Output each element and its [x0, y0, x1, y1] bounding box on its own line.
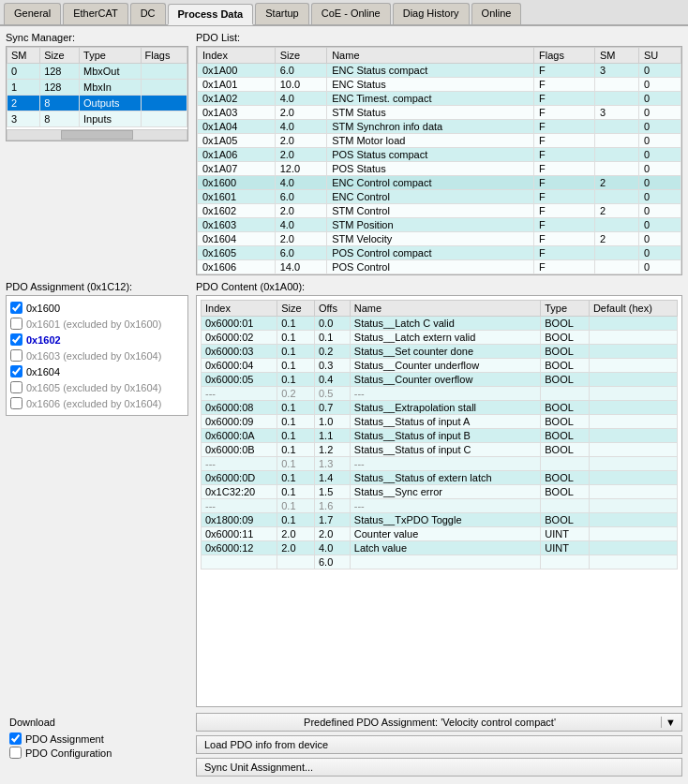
tab-diag-history[interactable]: Diag History: [393, 3, 470, 24]
table-row[interactable]: 0x16042.0STM VelocityF20: [198, 232, 681, 246]
table-row[interactable]: 0x6000:030.10.2Status__Set counter doneB…: [202, 345, 678, 359]
pc-col-default: Default (hex): [589, 301, 677, 317]
tab-dc[interactable]: DC: [130, 3, 166, 24]
right-buttons: Predefined PDO Assignment: 'Velocity con…: [196, 713, 682, 777]
pdo-content-label: PDO Content (0x1A00):: [196, 281, 682, 292]
dropdown-arrow-icon: ▼: [661, 717, 676, 728]
pdo-col-sm: SM: [594, 48, 638, 64]
table-row[interactable]: 0x16016.0ENC ControlF0: [198, 190, 681, 204]
list-item: 0x1602: [10, 332, 184, 348]
pdo-col-su: SU: [638, 48, 681, 64]
table-row[interactable]: 0x1800:090.11.7Status__TxPDO ToggleBOOL: [202, 513, 678, 527]
table-row[interactable]: 0x6000:040.10.3Status__Counter underflow…: [202, 359, 678, 373]
pdo-assignment-item-checkbox[interactable]: [10, 318, 22, 330]
table-row[interactable]: 28Outputs: [7, 96, 187, 111]
tab-bar: General EtherCAT DC Process Data Startup…: [0, 0, 688, 26]
pdo-assignment-item-label: 0x1602: [26, 334, 61, 346]
pdo-assignment-item-checkbox[interactable]: [10, 381, 22, 393]
sm-col-size: Size: [40, 48, 80, 64]
pdo-content-section: PDO Content (0x1A00): Index Size Offs Na…: [196, 281, 682, 707]
table-row[interactable]: ---0.11.3---: [202, 457, 678, 471]
list-item: 0x1606 (excluded by 0x1604): [10, 395, 184, 411]
table-row[interactable]: 0x1A0110.0ENC StatusF0: [198, 78, 681, 92]
predefined-pdo-text: Predefined PDO Assignment: 'Velocity con…: [202, 717, 657, 728]
sync-manager-label: Sync Manager:: [6, 32, 188, 43]
table-row[interactable]: 0x1A0712.0POS StatusF0: [198, 162, 681, 176]
table-row[interactable]: 0x6000:122.04.0Latch valueUINT: [202, 541, 678, 555]
pc-col-index: Index: [202, 301, 277, 317]
table-row[interactable]: 0x1A062.0POS Status compactF0: [198, 148, 681, 162]
table-row[interactable]: 0x6000:080.10.7Status__Extrapolation sta…: [202, 401, 678, 415]
table-row[interactable]: 0x1A052.0STM Motor loadF0: [198, 134, 681, 148]
pc-col-type: Type: [541, 301, 590, 317]
table-row[interactable]: 0x6000:010.10.0Status__Latch C validBOOL: [202, 317, 678, 331]
sync-unit-button[interactable]: Sync Unit Assignment...: [196, 758, 682, 777]
table-row[interactable]: 0x160614.0POS ControlF0: [198, 260, 681, 274]
predefined-pdo-button[interactable]: Predefined PDO Assignment: 'Velocity con…: [196, 713, 682, 732]
list-item: 0x1600: [10, 300, 184, 316]
download-label: Download: [9, 717, 185, 728]
table-row[interactable]: 0x6000:112.02.0Counter valueUINT: [202, 527, 678, 541]
table-row[interactable]: 0x6000:020.10.1Status__Latch extern vali…: [202, 331, 678, 345]
table-row[interactable]: 0x6000:0B0.11.2Status__Status of input C…: [202, 443, 678, 457]
pdo-assignment-label: PDO Assignment (0x1C12):: [6, 281, 188, 292]
pdo-col-size: Size: [275, 48, 326, 64]
sm-col-sm: SM: [7, 48, 40, 64]
tab-general[interactable]: General: [4, 3, 61, 24]
pdo-assignment-item-checkbox[interactable]: [10, 397, 22, 409]
list-item: 0x1603 (excluded by 0x1604): [10, 348, 184, 363]
sync-manager-section: Sync Manager: SM Size Type Flags 0128Mbx…: [6, 32, 188, 275]
sync-manager-table: SM Size Type Flags 0128MbxOut1128MbxIn28…: [7, 47, 187, 127]
pdo-assignment-checkbox[interactable]: [9, 732, 22, 745]
tab-coe-online[interactable]: CoE - Online: [311, 3, 391, 24]
tab-process-data[interactable]: Process Data: [168, 4, 254, 25]
sm-scrollbar[interactable]: [7, 129, 187, 141]
pdo-assignment-item-checkbox[interactable]: [10, 349, 22, 362]
table-row[interactable]: ---0.20.5---: [202, 387, 678, 401]
pdo-assignment-item-checkbox[interactable]: [10, 365, 22, 377]
pdo-list-section: PDO List: Index Size Name Flags SM SU: [196, 32, 682, 275]
table-row[interactable]: 0x1A024.0ENC Timest. compactF0: [198, 92, 681, 106]
table-row[interactable]: 0x6000:090.11.0Status__Status of input A…: [202, 415, 678, 429]
pdo-configuration-checkbox[interactable]: [9, 747, 22, 759]
pdo-assignment-item-label: 0x1605 (excluded by 0x1604): [26, 382, 161, 393]
table-row[interactable]: 0x1A044.0STM Synchron info dataF0: [198, 120, 681, 134]
table-row[interactable]: 0x1A032.0STM StatusF30: [198, 106, 681, 120]
table-row[interactable]: 0x6000:050.10.4Status__Counter overflowB…: [202, 373, 678, 387]
pdo-col-name: Name: [327, 48, 534, 64]
pdo-col-flags: Flags: [534, 48, 595, 64]
table-row[interactable]: 0x16034.0STM PositionF0: [198, 218, 681, 232]
table-row[interactable]: 0128MbxOut: [7, 64, 187, 80]
table-row[interactable]: 0x1C32:200.11.5Status__Sync errorBOOL: [202, 485, 678, 499]
pdo-assignment-item-label: 0x1606 (excluded by 0x1604): [26, 398, 161, 409]
sm-col-type: Type: [80, 48, 141, 64]
pdo-assignment-item-label: 0x1601 (excluded by 0x1600): [26, 318, 161, 330]
table-row[interactable]: 0x16022.0STM ControlF20: [198, 204, 681, 218]
pc-col-offs: Offs: [314, 301, 350, 317]
pdo-content-panel: Index Size Offs Name Type Default (hex) …: [196, 295, 682, 707]
table-row[interactable]: 0x1A006.0ENC Status compactF30: [198, 64, 681, 78]
pc-col-name: Name: [350, 301, 540, 317]
table-row[interactable]: ---0.11.6---: [202, 499, 678, 513]
pdo-assignment-item-checkbox[interactable]: [10, 302, 22, 314]
tab-online[interactable]: Online: [471, 3, 522, 24]
table-row[interactable]: 6.0: [202, 555, 678, 570]
table-row[interactable]: 0x16056.0POS Control compactF0: [198, 246, 681, 260]
tab-ethercat[interactable]: EtherCAT: [63, 3, 127, 24]
pdo-content-table: Index Size Offs Name Type Default (hex) …: [201, 300, 678, 570]
table-row[interactable]: 0x16004.0ENC Control compactF20: [198, 176, 681, 190]
table-row[interactable]: 38Inputs: [7, 111, 187, 127]
table-row[interactable]: 0x6000:0D0.11.4Status__Status of extern …: [202, 471, 678, 485]
top-panels: Sync Manager: SM Size Type Flags 0128Mbx…: [6, 32, 682, 275]
load-pdo-button[interactable]: Load PDO info from device: [196, 735, 682, 754]
tab-startup[interactable]: Startup: [255, 3, 308, 24]
pdo-assignment-item-checkbox[interactable]: [10, 333, 22, 346]
pdo-list-table: Index Size Name Flags SM SU 0x1A006.0ENC…: [197, 47, 681, 274]
pdo-assignment-section: PDO Assignment (0x1C12): 0x16000x1601 (e…: [6, 281, 188, 707]
pdo-list-label: PDO List:: [196, 32, 682, 43]
pc-col-size: Size: [277, 301, 315, 317]
table-row[interactable]: 1128MbxIn: [7, 80, 187, 96]
table-row[interactable]: 0x6000:0A0.11.1Status__Status of input B…: [202, 429, 678, 443]
list-item: 0x1604: [10, 363, 184, 379]
pdo-assignment-checkbox-label: PDO Assignment: [25, 733, 104, 745]
